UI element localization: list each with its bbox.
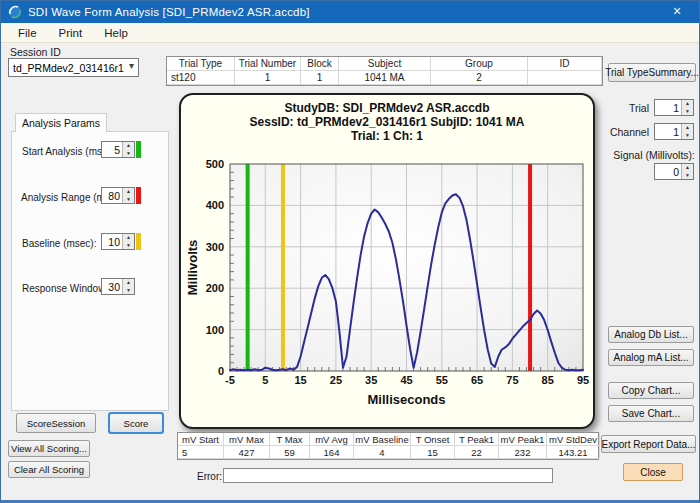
trial-label: Trial	[591, 102, 649, 114]
svg-text:65: 65	[471, 374, 483, 386]
window-title: SDI Wave Form Analysis [SDI_PRMdev2 ASR.…	[28, 6, 310, 18]
trials-col-header: Trial Type	[167, 57, 235, 71]
trial-spinner[interactable]: 1	[654, 99, 694, 116]
trials-cell-block: 1	[301, 71, 339, 85]
results-col-header: mV Baseline	[354, 433, 411, 446]
results-cell-mv-start: 5	[178, 446, 224, 459]
start-analysis-spinner[interactable]: 5	[101, 141, 135, 158]
session-id-value: td_PRMdev2_031416r1	[13, 62, 124, 74]
analog-db-list-button[interactable]: Analog Db List...	[608, 326, 694, 343]
x-axis-title: Milliseconds	[367, 392, 445, 407]
trial-type-summary-button[interactable]: Trial TypeSummary...	[608, 63, 696, 82]
chevron-down-icon: ▾	[129, 60, 134, 71]
results-col-header: mV Start	[178, 433, 224, 446]
channel-spinner-value: 1	[655, 124, 681, 139]
results-grid: mV Start mV Max T Max mV Avg mV Baseline…	[177, 432, 599, 460]
spinner-arrows-icon[interactable]	[122, 234, 134, 249]
results-col-header: mV StdDev	[547, 433, 600, 446]
view-all-scoring-button[interactable]: View All Scoring...	[8, 440, 90, 457]
error-label: Error:	[197, 471, 222, 482]
app-icon	[8, 5, 22, 19]
trials-cell-subject: 1041 MA	[339, 71, 431, 85]
trials-cell-trial-type: st120	[167, 71, 235, 85]
signal-spinner-value: 0	[655, 164, 681, 179]
app-window: SDI Wave Form Analysis [SDI_PRMdev2 ASR.…	[0, 0, 700, 503]
score-button[interactable]: Score	[109, 413, 163, 433]
error-field[interactable]	[223, 468, 553, 483]
results-col-header: mV Avg	[310, 433, 354, 446]
results-col-header: mV Peak1	[499, 433, 547, 446]
trials-cell-group: 2	[431, 71, 528, 85]
signal-spinner[interactable]: 0	[654, 163, 694, 180]
response-window-label: Response Window:	[22, 283, 108, 294]
save-chart-button[interactable]: Save Chart...	[608, 405, 694, 422]
svg-text:45: 45	[400, 374, 412, 386]
results-col-header: T Max	[270, 433, 310, 446]
results-cell-mv-peak1: 232	[499, 446, 547, 459]
trial-spinner-value: 1	[655, 100, 681, 115]
close-window-icon[interactable]: ×	[655, 1, 699, 23]
waveform-chart-svg: -551525354555657585950100200300400500Mil…	[181, 95, 593, 427]
waveform-chart-panel: StudyDB: SDI_PRMdev2 ASR.accdb SessID: t…	[179, 93, 595, 429]
start-analysis-value: 5	[102, 142, 122, 157]
svg-text:500: 500	[206, 158, 224, 170]
analysis-params-panel	[11, 131, 169, 411]
baseline-label: Baseline (msec):	[22, 238, 96, 249]
menu-file[interactable]: File	[9, 25, 46, 41]
results-cell-t-onset: 15	[411, 446, 455, 459]
svg-text:0: 0	[218, 365, 224, 377]
svg-text:75: 75	[506, 374, 518, 386]
menu-bar: File Print Help	[1, 23, 699, 43]
analysis-range-spinner[interactable]: 80	[101, 187, 135, 204]
trials-col-header: Trial Number	[235, 57, 301, 71]
response-window-spinner[interactable]: 30	[101, 278, 135, 295]
trials-cell-trial-number: 1	[235, 71, 301, 85]
y-axis-title: Millivolts	[185, 240, 200, 296]
svg-text:400: 400	[206, 199, 224, 211]
trials-col-header: Block	[301, 57, 339, 71]
spinner-arrows-icon[interactable]	[122, 279, 134, 294]
svg-text:35: 35	[365, 374, 377, 386]
start-analysis-marker-swatch	[136, 141, 141, 158]
trials-grid: Trial Type Trial Number Block Subject Gr…	[166, 56, 603, 86]
channel-spinner[interactable]: 1	[654, 123, 694, 140]
spinner-arrows-icon[interactable]	[681, 100, 693, 115]
export-report-data-button[interactable]: Export Report Data...	[601, 435, 696, 453]
spinner-arrows-icon[interactable]	[122, 142, 134, 157]
svg-text:15: 15	[294, 374, 306, 386]
analysis-range-marker-swatch	[136, 187, 141, 204]
clear-all-scoring-button[interactable]: Clear All Scoring	[8, 461, 90, 478]
menu-print[interactable]: Print	[50, 25, 92, 41]
close-button[interactable]: Close	[623, 463, 683, 481]
spinner-arrows-icon[interactable]	[681, 124, 693, 139]
copy-chart-button[interactable]: Copy Chart...	[608, 382, 694, 399]
spinner-arrows-icon[interactable]	[681, 164, 693, 179]
menu-help[interactable]: Help	[95, 25, 137, 41]
baseline-spinner[interactable]: 10	[101, 233, 135, 250]
trials-col-header: Subject	[339, 57, 431, 71]
spinner-arrows-icon[interactable]	[122, 188, 134, 203]
results-cell-mv-stddev: 143.21	[547, 446, 600, 459]
session-id-label: Session ID	[10, 46, 61, 58]
results-cell-mv-baseline: 4	[354, 446, 411, 459]
svg-text:55: 55	[436, 374, 448, 386]
trials-col-header: Group	[431, 57, 528, 71]
svg-text:200: 200	[206, 282, 224, 294]
score-session-button[interactable]: ScoreSession	[16, 413, 96, 433]
session-id-select[interactable]: td_PRMdev2_031416r1 ▾	[8, 58, 139, 77]
svg-text:-5: -5	[225, 374, 235, 386]
results-cell-t-peak1: 22	[455, 446, 499, 459]
analog-ma-list-button[interactable]: Analog mA List...	[608, 349, 694, 366]
channel-label: Channel	[591, 126, 649, 138]
analysis-range-value: 80	[102, 188, 122, 203]
svg-text:25: 25	[330, 374, 342, 386]
results-col-header: mV Max	[224, 433, 270, 446]
signal-label: Signal (Millivolts):	[581, 149, 695, 161]
title-bar: SDI Wave Form Analysis [SDI_PRMdev2 ASR.…	[1, 1, 699, 23]
results-cell-mv-avg: 164	[310, 446, 354, 459]
tab-analysis-params[interactable]: Analysis Params	[15, 113, 107, 132]
svg-text:300: 300	[206, 241, 224, 253]
svg-text:85: 85	[542, 374, 554, 386]
response-window-value: 30	[102, 279, 122, 294]
trials-cell-id	[528, 71, 602, 85]
